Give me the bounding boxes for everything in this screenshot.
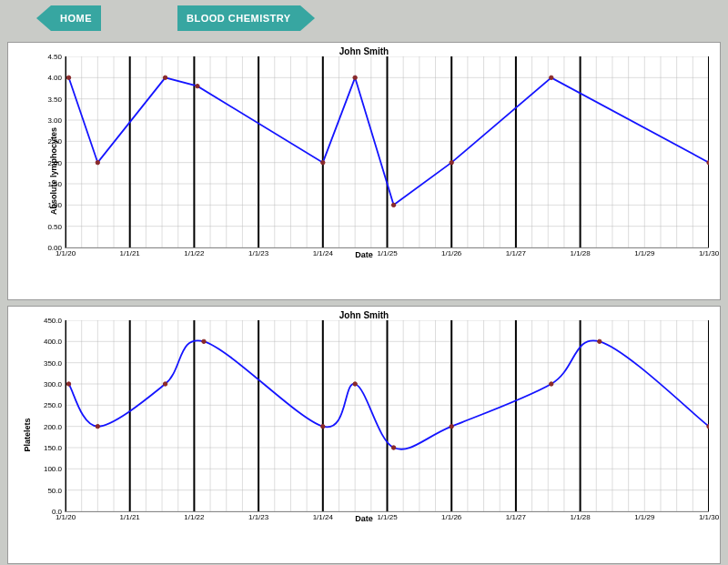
- home-button[interactable]: HOME: [36, 5, 101, 31]
- svg-point-139: [450, 424, 453, 428]
- svg-point-142: [707, 424, 709, 428]
- y-tick: 0.50: [47, 222, 66, 230]
- svg-point-67: [391, 203, 395, 207]
- x-tick: 1/1/21: [120, 511, 140, 521]
- x-tick: 1/1/21: [120, 247, 140, 257]
- y-tick: 150.0: [44, 444, 66, 452]
- x-tick: 1/1/27: [506, 511, 526, 521]
- svg-point-64: [196, 84, 199, 87]
- y-tick: 100.0: [44, 465, 66, 473]
- x-tick: 1/1/29: [634, 511, 654, 521]
- chart-title: John Smith: [15, 46, 713, 56]
- x-tick: 1/1/29: [634, 247, 654, 257]
- svg-point-69: [550, 76, 553, 79]
- svg-point-66: [353, 76, 357, 79]
- x-tick: 1/1/26: [441, 247, 461, 257]
- svg-point-65: [321, 160, 325, 164]
- x-tick: 1/1/20: [56, 247, 76, 257]
- svg-point-138: [391, 446, 395, 449]
- svg-point-132: [66, 382, 70, 386]
- x-tick: 1/1/20: [56, 511, 76, 521]
- blood-chemistry-label: BLOOD CHEMISTRY: [177, 5, 300, 31]
- home-label: HOME: [51, 5, 101, 31]
- y-tick: 350.0: [44, 358, 66, 367]
- x-tick: 1/1/25: [377, 511, 397, 521]
- svg-point-62: [96, 160, 99, 164]
- arrow-left-icon: [36, 5, 51, 31]
- svg-point-133: [96, 424, 99, 428]
- chart-title: John Smith: [15, 310, 713, 320]
- svg-point-61: [66, 76, 70, 79]
- x-tick: 1/1/25: [377, 247, 397, 257]
- x-tick: 1/1/23: [248, 247, 268, 257]
- x-tick: 1/1/24: [313, 511, 333, 521]
- y-tick: 3.50: [47, 95, 66, 103]
- x-tick: 1/1/24: [313, 247, 333, 257]
- plot-area: 0.050.0100.0150.0200.0250.0300.0350.0400…: [65, 320, 709, 512]
- x-tick: 1/1/22: [184, 247, 204, 257]
- y-tick: 4.00: [47, 74, 66, 82]
- y-tick: 3.00: [47, 116, 66, 125]
- y-tick: 200.0: [44, 422, 66, 430]
- y-tick: 1.00: [47, 201, 66, 209]
- svg-point-134: [163, 382, 167, 386]
- y-tick: 2.00: [47, 158, 66, 166]
- svg-point-63: [163, 76, 167, 79]
- y-tick: 250.0: [44, 401, 66, 409]
- y-tick: 4.50: [47, 53, 66, 61]
- y-tick: 50.0: [47, 486, 66, 494]
- nav-bar: HOME BLOOD CHEMISTRY: [0, 0, 728, 42]
- x-tick: 1/1/26: [441, 511, 461, 521]
- svg-point-141: [598, 339, 602, 343]
- x-tick: 1/1/28: [570, 247, 590, 257]
- svg-point-68: [450, 160, 453, 164]
- y-tick: 400.0: [44, 338, 66, 346]
- y-tick: 2.50: [47, 137, 66, 146]
- y-axis-label: Platelets: [23, 418, 32, 451]
- y-tick: 450.0: [44, 317, 66, 325]
- y-tick: 1.50: [47, 180, 66, 188]
- svg-point-137: [353, 382, 357, 386]
- blood-chemistry-button[interactable]: BLOOD CHEMISTRY: [177, 5, 315, 31]
- x-tick: 1/1/28: [570, 511, 590, 521]
- y-tick: 300.0: [44, 380, 66, 388]
- plot-area: 0.000.501.001.502.002.503.003.504.004.50…: [65, 56, 709, 248]
- chart-lymphocytes: John Smith Absolute lymphocytes 0.000.50…: [7, 42, 721, 300]
- x-tick: 1/1/30: [699, 247, 719, 257]
- x-tick: 1/1/30: [699, 511, 719, 521]
- svg-point-140: [550, 382, 553, 386]
- svg-point-136: [321, 424, 325, 428]
- x-tick: 1/1/22: [184, 511, 204, 521]
- svg-point-135: [202, 339, 206, 343]
- x-tick: 1/1/23: [248, 511, 268, 521]
- x-tick: 1/1/27: [506, 247, 526, 257]
- svg-point-70: [707, 160, 709, 164]
- chart-platelets: John Smith Platelets 0.050.0100.0150.020…: [7, 306, 721, 564]
- arrow-right-icon: [300, 5, 315, 31]
- charts-container: John Smith Absolute lymphocytes 0.000.50…: [7, 42, 721, 564]
